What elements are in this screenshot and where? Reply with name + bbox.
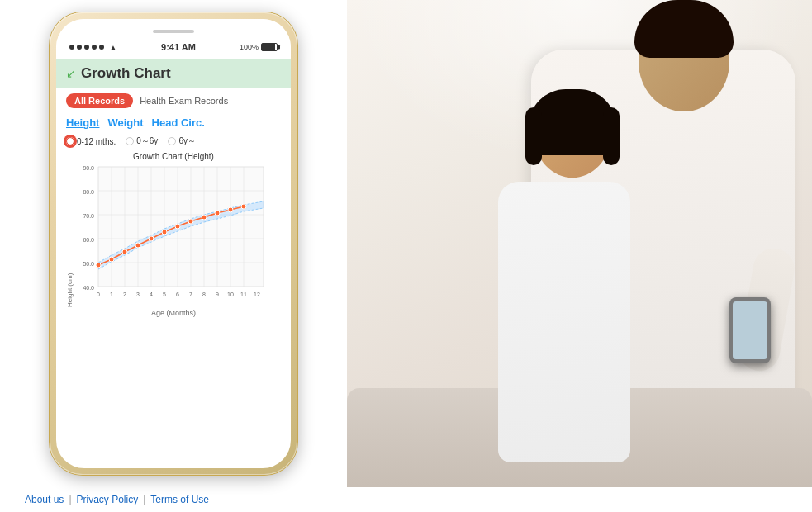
svg-text:2: 2 (123, 292, 126, 297)
svg-text:6: 6 (176, 292, 179, 297)
svg-text:7: 7 (189, 292, 192, 297)
chart-wrapper: Height (cm) (64, 163, 283, 307)
svg-text:40.0: 40.0 (83, 285, 94, 291)
svg-point-44 (149, 236, 154, 241)
y-axis-label: Height (cm) (64, 163, 74, 307)
signal-dot-1 (69, 45, 74, 50)
status-bar: ▲ 9:41 AM 100% (56, 36, 291, 59)
svg-point-41 (109, 257, 114, 262)
phone-inner: ▲ 9:41 AM 100% ↙ Growth Chart (56, 19, 291, 468)
svg-text:90.0: 90.0 (83, 165, 94, 171)
phone-screen-in-hand (733, 301, 767, 359)
svg-text:70.0: 70.0 (83, 213, 94, 219)
footer: About us | Privacy Policy | Terms of Use (0, 487, 812, 512)
battery-fill (262, 44, 275, 50)
daughter-hair-left (525, 107, 542, 165)
battery-icon (261, 43, 278, 51)
privacy-policy-link[interactable]: Privacy Policy (77, 494, 139, 505)
svg-text:3: 3 (136, 292, 140, 297)
signal-dot-2 (77, 45, 82, 50)
range-6y-plus-label: 6y～ (178, 135, 196, 147)
footer-sep-1: | (69, 494, 71, 505)
father-head (639, 12, 729, 111)
signal-dot-3 (84, 45, 89, 50)
phone-area: ▲ 9:41 AM 100% ↙ Growth Chart (0, 0, 347, 487)
app-title: Growth Chart (81, 65, 171, 82)
svg-text:8: 8 (202, 292, 206, 297)
phone-in-hand (729, 297, 771, 363)
svg-point-49 (215, 211, 220, 216)
speaker-hole (153, 30, 194, 33)
svg-point-40 (96, 263, 101, 268)
range-6y-plus[interactable]: 6y～ (168, 135, 196, 147)
svg-point-46 (175, 224, 180, 229)
range-0-12-label: 0-12 mths. (77, 137, 116, 146)
radio-0-12[interactable] (66, 137, 74, 145)
svg-text:50.0: 50.0 (83, 261, 94, 267)
terms-use-link[interactable]: Terms of Use (150, 494, 209, 505)
svg-point-48 (202, 215, 207, 220)
daughter-hair-right (603, 107, 620, 165)
svg-text:80.0: 80.0 (83, 189, 94, 195)
about-us-link[interactable]: About us (25, 494, 64, 505)
svg-point-45 (162, 230, 167, 235)
x-axis-label: Age (Months) (64, 309, 283, 317)
head-circ-tab[interactable]: Head Circ. (152, 116, 205, 129)
status-time: 9:41 AM (161, 42, 196, 52)
footer-sep-2: | (143, 494, 145, 505)
app-header: ↙ Growth Chart (56, 59, 291, 88)
svg-text:1: 1 (110, 292, 113, 297)
svg-text:0: 0 (97, 292, 100, 297)
phone-top (56, 19, 291, 36)
signal-dot-5 (99, 45, 104, 50)
battery-pct: 100% (240, 43, 259, 51)
height-tab[interactable]: Height (66, 116, 99, 129)
svg-text:9: 9 (216, 292, 219, 297)
all-records-tab[interactable]: All Records (66, 93, 133, 108)
chart-title: Growth Chart (Height) (64, 152, 283, 161)
svg-text:5: 5 (163, 292, 166, 297)
signal-dot-4 (92, 45, 97, 50)
svg-text:4: 4 (150, 292, 153, 297)
weight-tab[interactable]: Weight (107, 116, 143, 129)
svg-text:11: 11 (240, 292, 247, 297)
photo-area (347, 0, 812, 487)
health-exam-tab[interactable]: Health Exam Records (140, 96, 228, 106)
chart-container: Growth Chart (Height) Height (cm) (56, 150, 291, 320)
range-0-6y-label: 0～6y (136, 135, 158, 147)
svg-point-47 (188, 219, 193, 224)
metric-tabs: Height Weight Head Circ. (56, 113, 291, 132)
main-area: ▲ 9:41 AM 100% ↙ Growth Chart (0, 0, 812, 487)
wifi-icon: ▲ (109, 43, 117, 52)
radio-6y-plus[interactable] (168, 137, 176, 145)
svg-point-51 (241, 204, 246, 209)
svg-point-43 (135, 243, 140, 248)
phone-mockup: ▲ 9:41 AM 100% ↙ Growth Chart (50, 12, 297, 475)
photo-scene (347, 0, 812, 487)
radio-0-6y[interactable] (126, 137, 134, 145)
signal-bars: ▲ (69, 43, 117, 52)
svg-text:60.0: 60.0 (83, 237, 94, 243)
chart-icon: ↙ (66, 67, 76, 80)
range-0-12[interactable]: 0-12 mths. (66, 137, 116, 146)
daughter-body (498, 182, 630, 462)
growth-chart-svg: 90.0 80.0 70.0 60.0 50.0 40.0 0 1 2 3 4 (74, 163, 272, 307)
svg-point-42 (122, 249, 127, 254)
svg-point-50 (228, 207, 233, 212)
range-selector: 0-12 mths. 0～6y 6y～ (56, 132, 291, 150)
records-tabs: All Records Health Exam Records (56, 88, 291, 113)
daughter-head (535, 99, 610, 178)
range-0-6y[interactable]: 0～6y (126, 135, 158, 147)
svg-text:12: 12 (254, 292, 260, 297)
battery-area: 100% (240, 43, 278, 51)
svg-text:10: 10 (227, 292, 234, 297)
